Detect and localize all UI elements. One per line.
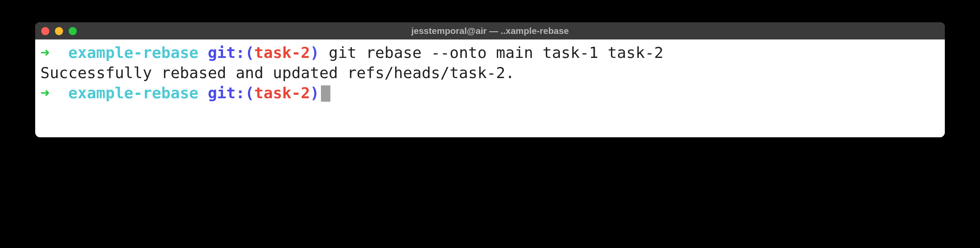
prompt-paren-open: ( [245,44,254,61]
output-text: Successfully rebased and updated refs/he… [40,64,514,82]
close-button[interactable] [41,27,49,35]
prompt-paren-open: ( [245,84,254,102]
prompt-directory: example-rebase [68,84,198,102]
prompt-arrow-icon: ➜ [40,84,50,102]
cursor [321,85,330,102]
terminal-line-1: ➜ example-rebase git:(task-2) git rebase… [40,43,940,63]
minimize-button[interactable] [55,27,63,35]
prompt-git-label: git: [208,44,245,61]
terminal-line-3: ➜ example-rebase git:(task-2) [40,83,940,103]
terminal-line-2: Successfully rebased and updated refs/he… [40,63,940,83]
prompt-branch: task-2 [254,84,310,102]
prompt-branch: task-2 [254,44,310,61]
prompt-paren-close: ) [310,84,320,102]
prompt-directory: example-rebase [68,44,198,61]
terminal-body[interactable]: ➜ example-rebase git:(task-2) git rebase… [35,39,945,137]
terminal-window: jesstemporal@air — ..xample-rebase ➜ exa… [35,22,945,137]
window-title: jesstemporal@air — ..xample-rebase [411,26,569,36]
prompt-arrow-icon: ➜ [40,44,50,61]
maximize-button[interactable] [69,27,77,35]
traffic-lights [41,27,77,35]
titlebar[interactable]: jesstemporal@air — ..xample-rebase [35,22,945,39]
command-text: git rebase --onto main task-1 task-2 [319,44,663,61]
prompt-paren-close: ) [310,44,320,61]
prompt-git-label: git: [208,84,245,102]
